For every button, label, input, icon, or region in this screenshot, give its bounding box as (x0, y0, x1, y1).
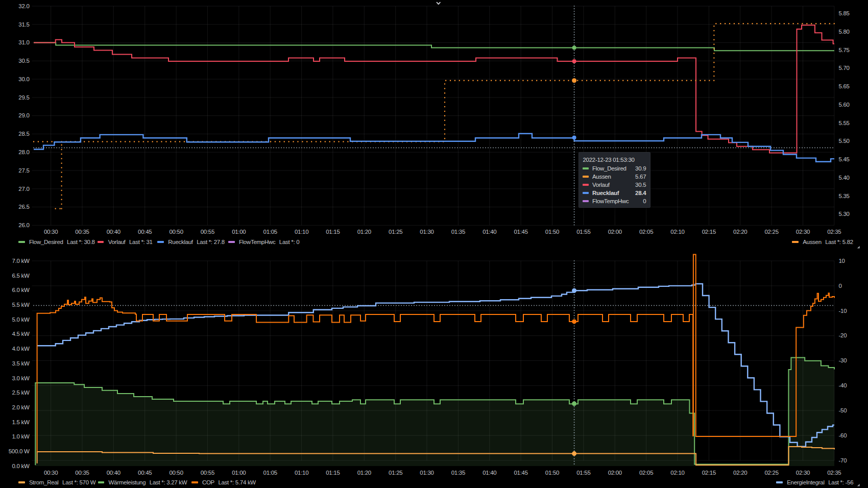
svg-text:01:35: 01:35 (451, 229, 465, 235)
svg-text:26.5: 26.5 (18, 204, 29, 210)
svg-text:01:50: 01:50 (545, 470, 559, 476)
svg-text:02:30: 02:30 (796, 229, 810, 235)
svg-text:01:00: 01:00 (232, 229, 246, 235)
svg-text:2.5 kW: 2.5 kW (12, 389, 30, 396)
svg-text:01:35: 01:35 (451, 470, 465, 476)
svg-text:00:40: 00:40 (107, 470, 120, 476)
svg-text:-40: -40 (839, 382, 847, 388)
svg-text:01:45: 01:45 (514, 470, 527, 476)
svg-text:1.0 kW: 1.0 kW (12, 433, 30, 440)
svg-text:02:10: 02:10 (670, 470, 684, 476)
svg-text:5.60: 5.60 (839, 102, 850, 108)
svg-text:01:25: 01:25 (389, 229, 402, 235)
svg-text:01:55: 01:55 (576, 229, 590, 235)
svg-text:02:00: 02:00 (608, 470, 622, 476)
svg-text:00:55: 00:55 (201, 229, 214, 235)
svg-text:-70: -70 (839, 457, 847, 463)
svg-text:02:10: 02:10 (670, 229, 684, 235)
svg-text:5.65: 5.65 (839, 83, 850, 89)
svg-text:31.0: 31.0 (18, 39, 29, 45)
svg-text:01:20: 01:20 (357, 229, 371, 235)
svg-text:30.0: 30.0 (18, 76, 29, 82)
svg-text:00:45: 00:45 (138, 470, 152, 476)
svg-text:-30: -30 (839, 357, 847, 363)
svg-text:01:30: 01:30 (420, 470, 433, 476)
svg-text:5.75: 5.75 (839, 47, 850, 53)
svg-text:1.5 kW: 1.5 kW (12, 419, 30, 425)
svg-text:5.40: 5.40 (839, 175, 850, 181)
svg-text:01:50: 01:50 (545, 229, 559, 235)
svg-text:02:05: 02:05 (639, 229, 653, 235)
svg-text:4.0 kW: 4.0 kW (12, 346, 30, 352)
svg-text:-50: -50 (839, 407, 847, 413)
svg-text:01:25: 01:25 (389, 470, 402, 476)
svg-text:-10: -10 (839, 308, 847, 314)
svg-text:4.5 kW: 4.5 kW (12, 331, 30, 337)
svg-text:01:05: 01:05 (263, 470, 277, 476)
svg-text:2.0 kW: 2.0 kW (12, 404, 30, 410)
svg-text:01:05: 01:05 (263, 229, 277, 235)
svg-text:5.0 kW: 5.0 kW (12, 316, 30, 323)
svg-text:02:05: 02:05 (639, 470, 653, 476)
svg-text:0.0 kW: 0.0 kW (12, 463, 30, 469)
svg-text:0: 0 (839, 283, 842, 289)
svg-text:00:55: 00:55 (201, 470, 214, 476)
svg-text:01:00: 01:00 (232, 470, 246, 476)
svg-text:3.0 kW: 3.0 kW (12, 375, 30, 381)
svg-text:27.5: 27.5 (18, 167, 29, 174)
svg-text:00:50: 00:50 (169, 229, 183, 235)
svg-text:00:45: 00:45 (138, 229, 152, 235)
svg-text:6.0 kW: 6.0 kW (12, 287, 30, 293)
svg-text:5.30: 5.30 (839, 211, 850, 217)
svg-text:5.35: 5.35 (839, 193, 850, 199)
svg-text:5.55: 5.55 (839, 120, 850, 126)
svg-text:26.0: 26.0 (18, 222, 29, 228)
svg-text:27.0: 27.0 (18, 186, 29, 192)
svg-text:-20: -20 (839, 332, 847, 338)
svg-text:02:20: 02:20 (733, 470, 747, 476)
svg-text:32.0: 32.0 (18, 3, 29, 9)
svg-text:7.0 kW: 7.0 kW (12, 258, 30, 264)
svg-text:29.0: 29.0 (18, 112, 29, 118)
svg-text:5.80: 5.80 (839, 29, 850, 35)
svg-text:01:10: 01:10 (295, 229, 308, 235)
svg-text:02:25: 02:25 (764, 470, 778, 476)
svg-text:5.70: 5.70 (839, 65, 850, 71)
svg-text:3.5 kW: 3.5 kW (12, 360, 30, 367)
svg-text:6.5 kW: 6.5 kW (12, 273, 30, 279)
svg-text:01:40: 01:40 (483, 229, 496, 235)
svg-text:00:40: 00:40 (107, 229, 120, 235)
svg-text:02:15: 02:15 (702, 229, 716, 235)
svg-text:00:35: 00:35 (75, 470, 89, 476)
svg-text:29.5: 29.5 (18, 94, 29, 101)
svg-text:10: 10 (839, 258, 845, 264)
svg-text:01:55: 01:55 (576, 470, 590, 476)
svg-text:01:15: 01:15 (326, 229, 340, 235)
svg-text:02:35: 02:35 (827, 229, 841, 235)
svg-text:00:30: 00:30 (44, 470, 58, 476)
svg-text:00:35: 00:35 (75, 229, 89, 235)
svg-text:00:30: 00:30 (44, 229, 58, 235)
svg-text:5.85: 5.85 (839, 10, 850, 16)
svg-text:01:20: 01:20 (357, 470, 371, 476)
svg-text:500.0 W: 500.0 W (9, 448, 30, 454)
svg-text:28.0: 28.0 (18, 149, 29, 155)
svg-text:01:30: 01:30 (420, 229, 433, 235)
svg-text:5.50: 5.50 (839, 138, 850, 144)
svg-text:30.5: 30.5 (18, 58, 29, 64)
svg-text:5.5 kW: 5.5 kW (12, 302, 30, 308)
svg-text:5.45: 5.45 (839, 156, 850, 162)
svg-text:02:15: 02:15 (702, 470, 716, 476)
svg-text:-60: -60 (839, 432, 847, 438)
svg-text:01:10: 01:10 (295, 470, 308, 476)
svg-text:02:20: 02:20 (733, 229, 747, 235)
svg-text:02:30: 02:30 (796, 470, 810, 476)
svg-text:01:15: 01:15 (326, 470, 340, 476)
svg-text:02:35: 02:35 (827, 470, 841, 476)
svg-text:02:25: 02:25 (764, 229, 778, 235)
svg-text:28.5: 28.5 (18, 131, 29, 137)
svg-text:00:50: 00:50 (169, 470, 183, 476)
svg-text:01:45: 01:45 (514, 229, 527, 235)
svg-text:01:40: 01:40 (483, 470, 496, 476)
svg-text:02:00: 02:00 (608, 229, 622, 235)
